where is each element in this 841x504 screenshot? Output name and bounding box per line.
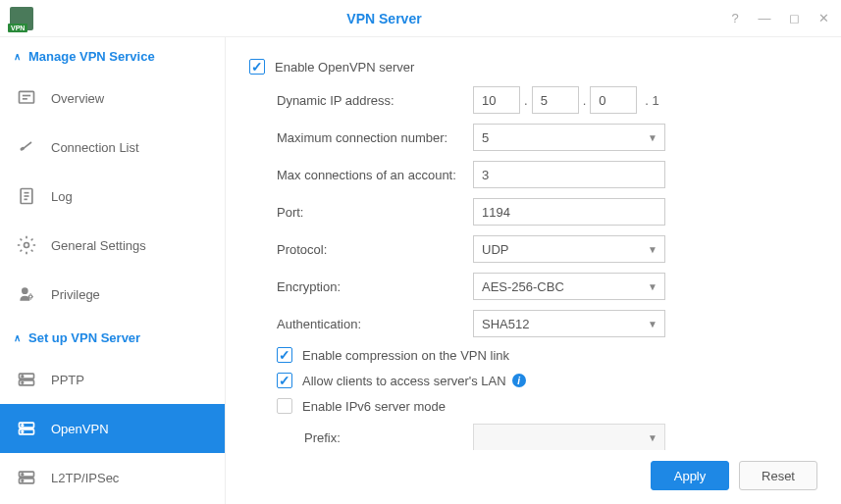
close-icon[interactable]: ✕ — [815, 11, 831, 26]
window-controls: ? — ◻ ✕ — [727, 11, 831, 26]
port-label: Port: — [277, 205, 473, 220]
sidebar-item-label: Privilege — [51, 287, 100, 302]
dynamic-ip-row: Dynamic IP address: . . . 1 — [249, 86, 817, 114]
svg-point-10 — [29, 295, 32, 298]
titlebar: VPN Server ? — ◻ ✕ — [0, 0, 841, 37]
lan-access-label: Allow clients to access server's LAN — [302, 374, 506, 388]
sidebar-item-overview[interactable]: Overview — [0, 74, 225, 123]
sidebar-item-label: L2TP/IPSec — [51, 471, 119, 485]
reset-button[interactable]: Reset — [739, 461, 817, 490]
info-icon[interactable]: i — [512, 374, 526, 387]
privilege-icon — [16, 283, 37, 305]
section-manage[interactable]: ∧ Manage VPN Service — [0, 37, 225, 74]
svg-point-9 — [22, 287, 28, 294]
server-icon — [16, 418, 37, 439]
apply-button[interactable]: Apply — [651, 461, 729, 490]
ipv6-row: Enable IPv6 server mode — [249, 398, 817, 414]
svg-rect-0 — [20, 91, 34, 103]
sidebar-item-label: Overview — [51, 91, 104, 106]
max-acct-input[interactable] — [473, 161, 665, 188]
lan-access-checkbox[interactable] — [277, 373, 292, 388]
sidebar-item-openvpn[interactable]: OpenVPN — [0, 404, 225, 453]
log-icon — [16, 185, 37, 207]
port-input[interactable] — [473, 198, 665, 226]
sidebar-item-label: PPTP — [51, 373, 84, 387]
help-icon[interactable]: ? — [727, 11, 743, 26]
ip-octet-1[interactable] — [473, 86, 520, 114]
max-conn-label: Maximum connection number: — [277, 130, 473, 145]
chevron-up-icon: ∧ — [14, 332, 21, 343]
enable-openvpn-label: Enable OpenVPN server — [275, 60, 414, 75]
footer: Apply Reset — [226, 450, 841, 504]
ipv6-checkbox[interactable] — [277, 398, 292, 414]
maximize-icon[interactable]: ◻ — [786, 11, 802, 26]
max-acct-row: Max connections of an account: — [249, 161, 817, 188]
chevron-up-icon: ∧ — [14, 51, 21, 62]
protocol-select[interactable]: UDP — [473, 235, 665, 263]
max-conn-row: Maximum connection number: 5 ▼ — [249, 124, 817, 151]
svg-point-18 — [22, 431, 24, 433]
connection-icon — [16, 136, 37, 158]
svg-point-14 — [22, 382, 24, 384]
main-panel: Enable OpenVPN server Dynamic IP address… — [226, 37, 841, 504]
sidebar-item-privilege[interactable]: Privilege — [0, 270, 225, 319]
ipv6-label: Enable IPv6 server mode — [302, 399, 446, 414]
ip-separator: . — [583, 93, 587, 108]
form-area: Enable OpenVPN server Dynamic IP address… — [226, 37, 841, 450]
svg-point-13 — [22, 376, 24, 378]
ip-suffix: . 1 — [645, 93, 658, 108]
prefix-row: Prefix: ▼ — [249, 424, 817, 450]
sidebar-item-l2tp[interactable]: L2TP/IPSec — [0, 453, 225, 502]
sidebar-item-general-settings[interactable]: General Settings — [0, 221, 225, 270]
protocol-label: Protocol: — [277, 242, 473, 257]
max-acct-label: Max connections of an account: — [277, 168, 473, 182]
ip-octet-2[interactable] — [532, 86, 579, 114]
auth-row: Authentication: SHA512 ▼ — [249, 310, 817, 337]
sidebar: ∧ Manage VPN Service Overview Connection… — [0, 37, 226, 504]
svg-point-17 — [22, 425, 24, 427]
svg-point-8 — [25, 243, 29, 248]
server-icon — [16, 467, 37, 488]
auth-label: Authentication: — [277, 317, 473, 331]
svg-point-21 — [22, 474, 24, 476]
compression-checkbox[interactable] — [277, 347, 292, 363]
gear-icon — [16, 234, 37, 256]
dynamic-ip-label: Dynamic IP address: — [277, 93, 473, 108]
section-label: Set up VPN Server — [28, 330, 140, 345]
compression-label: Enable compression on the VPN link — [302, 348, 509, 363]
minimize-icon[interactable]: — — [757, 11, 772, 26]
sidebar-item-label: OpenVPN — [51, 422, 109, 436]
lan-access-row: Allow clients to access server's LAN i — [249, 373, 817, 388]
compression-row: Enable compression on the VPN link — [249, 347, 817, 363]
section-setup[interactable]: ∧ Set up VPN Server — [0, 319, 225, 355]
encryption-row: Encryption: AES-256-CBC ▼ — [249, 273, 817, 300]
section-label: Manage VPN Service — [28, 49, 155, 64]
ip-octet-3[interactable] — [590, 86, 637, 114]
encryption-select[interactable]: AES-256-CBC — [473, 273, 665, 300]
sidebar-item-log[interactable]: Log — [0, 172, 225, 221]
sidebar-item-connection-list[interactable]: Connection List — [0, 123, 225, 172]
prefix-select — [473, 424, 665, 450]
ip-input-group: . . . 1 — [473, 86, 659, 114]
overview-icon — [16, 87, 37, 109]
enable-openvpn-row: Enable OpenVPN server — [249, 55, 817, 78]
sidebar-item-pptp[interactable]: PPTP — [0, 355, 225, 404]
content-area: ∧ Manage VPN Service Overview Connection… — [0, 37, 841, 504]
sidebar-item-label: Log — [51, 189, 73, 204]
window-title: VPN Server — [41, 11, 727, 26]
protocol-row: Protocol: UDP ▼ — [249, 235, 817, 263]
prefix-label: Prefix: — [304, 430, 473, 445]
ip-separator: . — [524, 93, 528, 108]
svg-point-22 — [22, 480, 24, 482]
encryption-label: Encryption: — [277, 279, 473, 294]
port-row: Port: — [249, 198, 817, 226]
server-icon — [16, 369, 37, 390]
enable-openvpn-checkbox[interactable] — [249, 59, 265, 75]
app-icon — [10, 7, 33, 30]
sidebar-item-label: Connection List — [51, 140, 139, 155]
max-conn-select[interactable]: 5 — [473, 124, 665, 151]
sidebar-item-label: General Settings — [51, 238, 146, 253]
auth-select[interactable]: SHA512 — [473, 310, 665, 337]
